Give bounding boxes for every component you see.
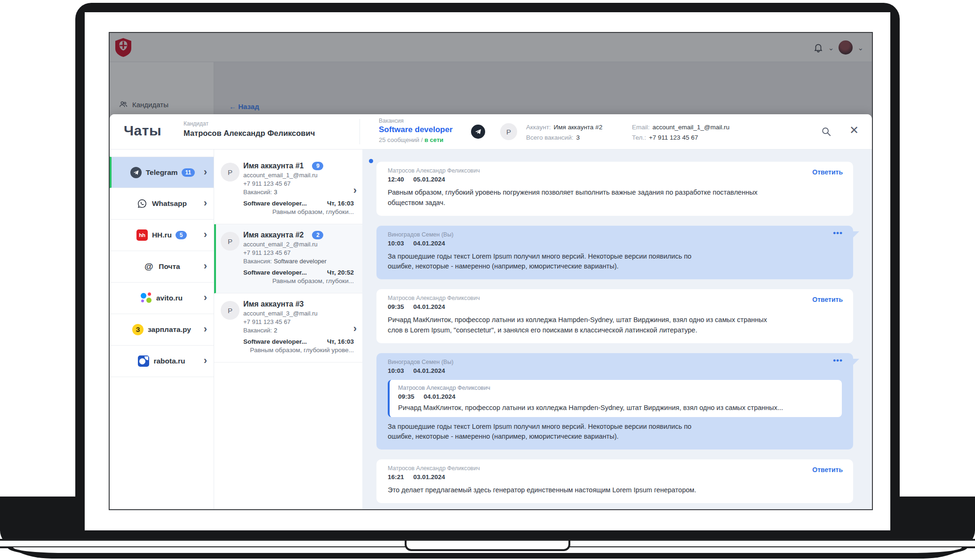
message-time: 10:03 [388,367,404,374]
whatsapp-icon [136,198,148,209]
chevron-right-icon: › [204,355,207,366]
close-icon[interactable]: ✕ [849,125,859,136]
email-row: Email:account_email_1_@mail.ru [632,122,729,133]
message-author: Матросов Александр Феликсович [388,465,842,472]
channel-telegram[interactable]: Telegram 11 › [110,157,214,188]
message-time: 09:35 [388,303,404,310]
accounts-list: P Имя аккаунта #1 9 account_email_1_@mai… [214,150,362,509]
account-label: Аккаунт: [526,124,551,131]
account-phone: +7 911 123 45 67 [243,318,354,325]
chat-thread: Матросов Александр Феликсович 12:40 05.0… [362,150,872,509]
message-time-row: 10:03 04.01.2024 [388,240,842,247]
account-email: account_email_2_@mail.ru [243,241,354,248]
chevron-right-icon: › [353,185,357,196]
meta-value: 2 [274,327,277,334]
preview-text: Равным образом, глубокий урове... [243,347,354,354]
quote-date: 04.01.2024 [424,393,456,400]
message-time: 16:21 [388,473,404,481]
channel-whatsapp[interactable]: Whatsapp › [110,188,214,220]
app-window: ⌄ ⌄ Кандидаты [110,33,872,509]
preview-time: Чт, 16:03 [327,200,354,207]
quoted-message[interactable]: Матросов Александр Феликсович 09:35 04.0… [388,380,842,417]
channel-label: Почта [159,262,180,271]
account-main: Имя аккаунта #3 account_email_3_@mail.ru… [243,300,354,354]
message-date: 04.01.2024 [413,367,445,374]
reply-link[interactable]: Ответить [812,466,843,473]
message-time-row: 10:03 04.01.2024 [388,367,842,374]
message-date: 04.01.2024 [413,240,445,247]
channel-zarplata[interactable]: З зарплата.ру › [110,314,214,346]
rabota-icon [138,355,149,367]
vacancies-label: Всего вакансий: [526,134,573,141]
chats-modal: Чаты Кандидат Матросов Александр Феликсо… [110,114,872,509]
message-author: Матросов Александр Феликсович [388,295,842,301]
quote-text: Ричард МакКлинток, профессор латыни из к… [398,404,833,411]
account-main: Имя аккаунта #2 2 account_email_2_@mail.… [243,231,354,284]
account-name: Имя аккаунта #2 [243,231,304,239]
message-text: Равным образом, глубокий уровень погруже… [388,188,778,208]
message-time-row: 09:35 04.01.2024 [388,303,842,310]
telegram-channel-icon [471,125,485,139]
preview-title: Software developer... [243,338,307,345]
search-icon[interactable] [821,126,831,137]
unread-badge: 11 [182,168,195,177]
channel-label: Whatsapp [152,199,187,208]
avatar: P [221,301,240,320]
chevron-right-icon: › [353,323,357,334]
contact-info: Email:account_email_1_@mail.ru Тел.:+7 9… [632,122,729,143]
account-vacancies: Вакансий:3 [243,189,354,196]
account-item-2[interactable]: P Имя аккаунта #2 2 account_email_2_@mai… [214,224,362,293]
avatar: P [221,232,240,251]
online-status: в сети [424,136,443,143]
modal-header: Чаты Кандидат Матросов Александр Феликсо… [110,114,872,150]
phone-value: +7 911 123 45 67 [649,134,698,141]
vacancy-name[interactable]: Software developer [379,125,453,134]
phone-label: Тел.: [632,134,646,141]
ellipsis-menu-icon[interactable]: ••• [833,229,843,238]
reply-link[interactable]: Ответить [812,168,843,176]
meta-label: Вакансий: [243,327,272,334]
channel-hh[interactable]: hh HH.ru 5 › [110,220,214,251]
chevron-right-icon: › [204,229,207,240]
message-time: 12:40 [388,176,404,183]
channel-mail[interactable]: @ Почта › [110,251,214,283]
quote-time-row: 09:35 04.01.2024 [398,393,833,400]
chevron-right-icon: › [204,261,207,271]
channel-rabota[interactable]: rabota.ru › [110,346,214,377]
account-item-1[interactable]: P Имя аккаунта #1 9 account_email_1_@mai… [214,155,362,224]
channel-avito[interactable]: avito.ru › [110,283,214,314]
chevron-right-icon: › [204,292,207,303]
chevron-right-icon: › [204,324,207,334]
account-name: Имя аккаунта #3 [243,300,304,308]
email-value: account_email_1_@mail.ru [653,124,730,131]
laptop-screen: ⌄ ⌄ Кандидаты [85,12,890,530]
message-time-row: 16:21 03.01.2024 [388,473,842,481]
vacancy-block: Вакансия Software developer 25 сообщений… [379,118,453,143]
candidate-label: Кандидат [184,120,315,127]
avito-icon [141,292,152,304]
message-date: 03.01.2024 [413,473,445,481]
preview-time: Чт, 20:52 [327,269,354,276]
candidate-name: Матросов Александр Феликсович [184,129,315,138]
meta-label: Вакансия: [243,258,272,265]
reply-link[interactable]: Ответить [812,296,843,303]
account-avatar: P [500,123,517,140]
account-vacancies: Вакансий:2 [243,327,354,334]
vacancies-row: Всего вакансий:3 [526,133,602,143]
message-time: 10:03 [388,240,404,247]
account-item-3[interactable]: P Имя аккаунта #3 account_email_3_@mail.… [214,293,362,363]
unread-badge: 5 [176,231,187,239]
unread-badge: 2 [312,231,323,239]
laptop-mockup: ⌄ ⌄ Кандидаты [0,0,975,560]
candidate-block: Кандидат Матросов Александр Феликсович [184,120,315,138]
email-label: Email: [632,124,650,131]
channel-label: avito.ru [156,294,183,302]
account-name: Имя аккаунта #1 [243,162,304,170]
modal-body: Telegram 11 › [110,150,872,509]
message-outgoing-with-quote: Виноградов Семен (Вы) 10:03 04.01.2024 •… [376,353,853,450]
ellipsis-menu-icon[interactable]: ••• [833,356,843,365]
modal-title: Чаты [124,123,161,139]
message-text: Ричард МакКлинток, профессор латыни из к… [388,315,778,336]
account-main: Имя аккаунта #1 9 account_email_1_@mail.… [243,162,354,215]
messages-count: 25 сообщений [379,136,419,143]
